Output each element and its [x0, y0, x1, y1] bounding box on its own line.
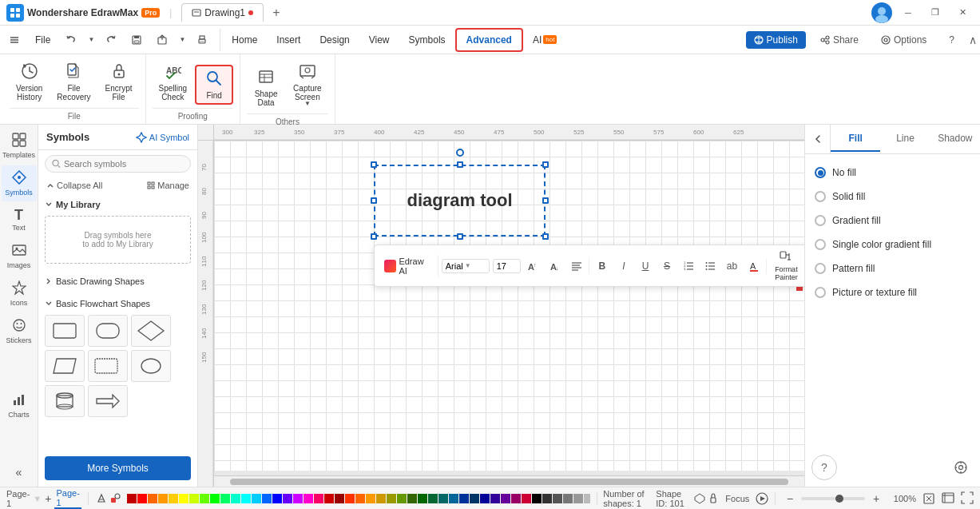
handle-top-middle[interactable] [457, 161, 463, 168]
help-icon-button[interactable]: ? [811, 455, 837, 480]
more-symbols-button[interactable]: More Symbols [45, 456, 191, 480]
sidebar-item-symbols[interactable]: Symbols [2, 165, 37, 201]
underline-button[interactable]: U [636, 256, 654, 276]
zoom-plus-button[interactable]: + [868, 491, 884, 507]
shape-thumb-trapezoid[interactable] [88, 350, 128, 382]
page1-tab[interactable]: Page-1 [54, 488, 81, 509]
menu-tab-design[interactable]: Design [310, 30, 359, 50]
restore-button[interactable]: ❐ [924, 5, 946, 21]
text-align-button[interactable] [567, 256, 585, 276]
fill-option-no-fill[interactable]: No fill [815, 164, 970, 181]
sidebar-item-charts[interactable]: Charts [2, 388, 37, 424]
case-button[interactable]: ab [723, 256, 741, 276]
color-swatch[interactable] [418, 494, 427, 503]
manage-button[interactable]: Manage [147, 181, 189, 190]
undo-button[interactable] [60, 29, 82, 51]
text-color-button[interactable]: A [744, 256, 763, 276]
color-swatch[interactable] [324, 494, 334, 503]
publish-button[interactable]: Publish [746, 31, 806, 49]
shape-thumb-rounded-rect[interactable] [88, 315, 128, 347]
color-swatch[interactable] [220, 494, 230, 503]
color-swatch[interactable] [262, 494, 272, 503]
ai-symbol-button[interactable]: AI Symbol [136, 132, 189, 143]
font-size-increase[interactable]: A↑ [524, 256, 542, 276]
color-swatch[interactable] [210, 494, 220, 503]
color-swatch[interactable] [438, 494, 448, 503]
export-dropdown[interactable]: ▼ [177, 29, 188, 51]
my-library-header[interactable]: My Library [45, 197, 191, 213]
color-swatch[interactable] [366, 494, 375, 503]
menu-tab-home[interactable]: Home [222, 30, 267, 50]
handle-bottom-middle[interactable] [457, 233, 463, 240]
export-button[interactable] [151, 29, 173, 51]
right-panel-collapse-button[interactable] [805, 125, 831, 153]
sidebar-item-text[interactable]: T Text [2, 203, 37, 237]
color-swatch[interactable] [335, 494, 344, 503]
shape-thumb-circle[interactable] [131, 350, 171, 382]
color-swatch[interactable] [272, 494, 282, 503]
avatar[interactable] [871, 2, 892, 23]
scrollbar-thumb[interactable] [230, 479, 788, 485]
tab-fill[interactable]: Fill [831, 126, 880, 152]
capture-screen-button[interactable]: CaptureScreen ▼ [287, 59, 328, 110]
add-page-button[interactable]: + [45, 492, 51, 505]
search-box[interactable] [45, 155, 191, 173]
color-swatch[interactable] [169, 494, 178, 503]
sidebar-item-icons[interactable]: Icons [2, 276, 37, 312]
drawing-tab[interactable]: Drawing1 [181, 3, 264, 22]
font-size-decrease[interactable]: A↓ [546, 256, 564, 276]
fill-option-picture[interactable]: Picture or texture fill [815, 284, 970, 301]
fill-option-pattern[interactable]: Pattern fill [815, 260, 970, 277]
spelling-check-button[interactable]: ABC SpellingCheck [153, 59, 194, 105]
collapse-menu-button[interactable] [3, 29, 26, 51]
menu-tab-ai[interactable]: AI hot [523, 30, 566, 50]
edraw-ai-button[interactable]: Edraw AI [379, 255, 438, 277]
color-swatch[interactable] [449, 494, 458, 503]
color-swatch[interactable] [459, 494, 469, 503]
color-swatch[interactable] [345, 494, 355, 503]
canvas-scrollbar-horizontal[interactable] [214, 475, 804, 487]
font-size-input[interactable]: 17 [493, 259, 521, 273]
color-swatch[interactable] [376, 494, 386, 503]
color-swatch[interactable] [542, 494, 552, 503]
rotate-handle[interactable] [456, 149, 464, 157]
encrypt-file-button[interactable]: EncryptFile [99, 59, 139, 105]
basic-drawing-header[interactable]: Basic Drawing Shapes [45, 273, 191, 289]
shape-thumb-cylinder[interactable] [45, 385, 85, 417]
strikethrough-button[interactable]: S [658, 256, 676, 276]
color-swatch[interactable] [470, 494, 479, 503]
color-swatch[interactable] [532, 494, 542, 503]
save-button[interactable] [125, 29, 148, 51]
color-swatch[interactable] [304, 494, 313, 503]
menu-tab-view[interactable]: View [359, 30, 399, 50]
version-history-button[interactable]: VersionHistory [10, 59, 49, 105]
color-swatch[interactable] [397, 494, 407, 503]
color-swatch[interactable] [563, 494, 573, 503]
color-swatch[interactable] [148, 494, 157, 503]
color-swatch[interactable] [231, 494, 240, 503]
tab-line[interactable]: Line [880, 126, 930, 152]
handle-middle-right[interactable] [542, 197, 549, 204]
find-button[interactable]: Find [195, 65, 233, 105]
sidebar-item-templates[interactable]: Templates [2, 128, 37, 164]
handle-top-right[interactable] [542, 161, 549, 168]
italic-button[interactable]: I [614, 256, 633, 276]
zoom-slider-thumb[interactable] [835, 495, 843, 503]
help-button[interactable]: ? [941, 31, 962, 49]
view-normal-button[interactable] [942, 491, 954, 506]
ordered-list-button[interactable]: 1.2.3. [680, 256, 698, 276]
shape-thumb-arrow[interactable] [88, 385, 128, 417]
color-swatch[interactable] [480, 494, 490, 503]
file-menu[interactable]: File [29, 31, 57, 49]
color-swatch[interactable] [241, 494, 251, 503]
color-swatch[interactable] [573, 494, 583, 503]
color-swatch[interactable] [200, 494, 209, 503]
tab-shadow[interactable]: Shadow [930, 126, 980, 152]
bullet-list-button[interactable] [701, 256, 720, 276]
color-swatch[interactable] [355, 494, 365, 503]
collapse-all-button[interactable]: Collapse All [46, 181, 102, 190]
handle-middle-left[interactable] [371, 197, 377, 204]
sidebar-collapse-button[interactable]: « [2, 461, 37, 483]
settings-button[interactable] [948, 455, 974, 480]
color-swatch[interactable] [490, 494, 500, 503]
